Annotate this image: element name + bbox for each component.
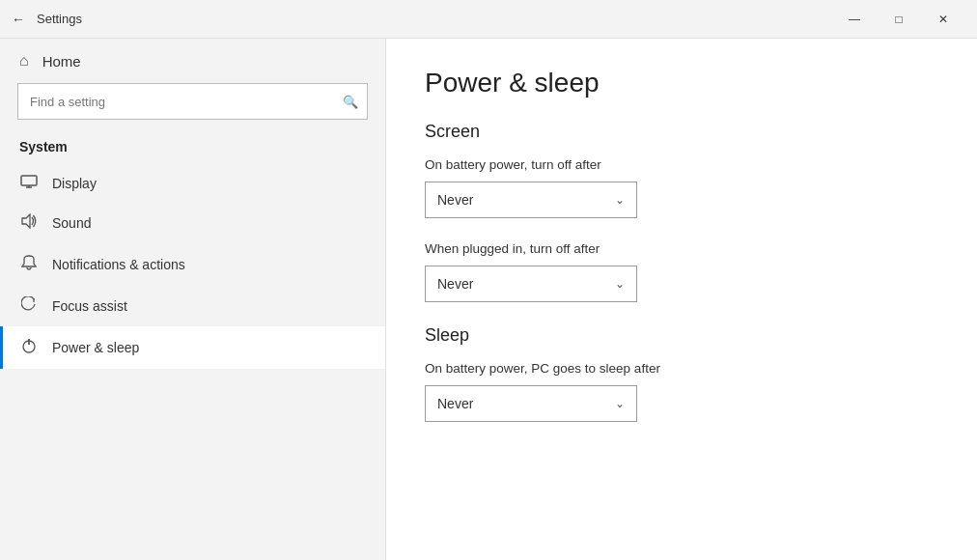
sound-icon [19, 213, 39, 233]
sidebar-item-focus[interactable]: Focus assist [0, 286, 385, 326]
sidebar-item-notifications[interactable]: Notifications & actions [0, 243, 385, 286]
svg-marker-3 [22, 214, 30, 228]
sidebar-item-power-label: Power & sleep [52, 340, 139, 355]
sidebar-item-notifications-label: Notifications & actions [52, 257, 185, 272]
screen-plugged-arrow: ⌄ [615, 277, 625, 291]
focus-icon [19, 296, 39, 316]
section-screen-title: Screen [425, 122, 938, 142]
back-button[interactable]: ← [12, 12, 25, 27]
title-bar: ← Settings — □ ✕ [0, 0, 977, 39]
content-area: Power & sleep Screen On battery power, t… [386, 39, 977, 560]
sidebar-home-label: Home [42, 53, 81, 70]
minimize-button[interactable]: — [832, 0, 877, 39]
notifications-icon [19, 254, 39, 275]
screen-battery-arrow: ⌄ [615, 193, 625, 207]
search-box: 🔍 [17, 83, 368, 120]
window-title: Settings [37, 12, 832, 26]
home-icon: ⌂ [19, 52, 29, 70]
search-icon: 🔍 [343, 95, 358, 109]
sleep-battery-arrow: ⌄ [615, 397, 625, 410]
screen-battery-label: On battery power, turn off after [425, 157, 938, 172]
screen-battery-dropdown[interactable]: Never ⌄ [425, 182, 637, 218]
sleep-battery-dropdown[interactable]: Never ⌄ [425, 385, 637, 422]
screen-plugged-dropdown[interactable]: Never ⌄ [425, 266, 637, 302]
sidebar-item-power[interactable]: Power & sleep [0, 326, 385, 369]
sidebar-item-sound-label: Sound [52, 215, 91, 231]
window-controls: — □ ✕ [832, 0, 965, 39]
screen-plugged-setting: When plugged in, turn off after Never ⌄ [425, 241, 938, 302]
app-body: ⌂ Home 🔍 System Display [0, 39, 977, 560]
maximize-button[interactable]: □ [877, 0, 921, 39]
page-title: Power & sleep [425, 68, 938, 98]
sidebar-item-focus-label: Focus assist [52, 298, 127, 314]
search-input[interactable] [17, 83, 368, 120]
sleep-battery-setting: On battery power, PC goes to sleep after… [425, 361, 938, 422]
section-sleep-title: Sleep [425, 325, 938, 346]
screen-battery-setting: On battery power, turn off after Never ⌄ [425, 157, 938, 218]
sidebar-item-display[interactable]: Display [0, 164, 385, 203]
sidebar-item-sound[interactable]: Sound [0, 203, 385, 243]
power-icon [19, 337, 39, 358]
sidebar-section-title: System [0, 133, 385, 164]
screen-battery-value: Never [437, 192, 473, 208]
sidebar-item-home[interactable]: ⌂ Home [0, 39, 385, 83]
screen-plugged-label: When plugged in, turn off after [425, 241, 938, 256]
close-button[interactable]: ✕ [921, 0, 965, 39]
sidebar-item-display-label: Display [52, 176, 97, 191]
display-icon [19, 175, 39, 192]
sleep-battery-value: Never [437, 396, 473, 411]
sidebar: ⌂ Home 🔍 System Display [0, 39, 386, 560]
sleep-battery-label: On battery power, PC goes to sleep after [425, 361, 938, 376]
screen-plugged-value: Never [437, 276, 473, 292]
svg-rect-0 [21, 176, 37, 185]
